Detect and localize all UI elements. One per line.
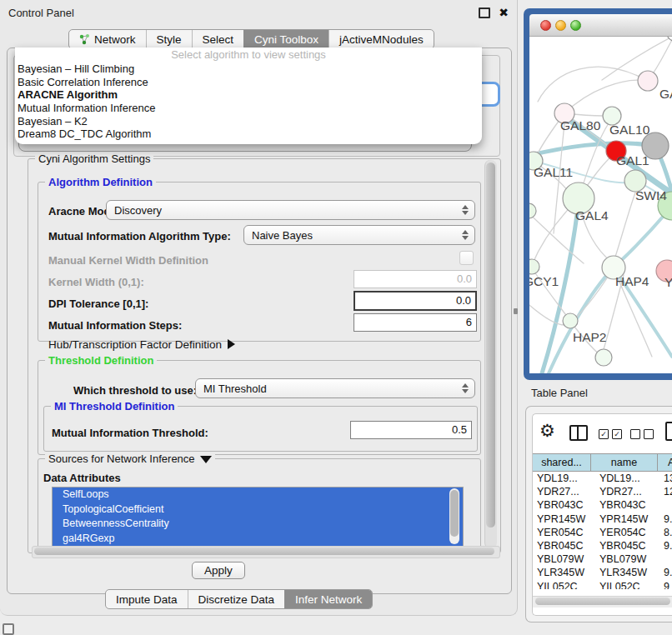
table-header-row: shared... name A	[533, 453, 672, 472]
dpi-tolerance-field[interactable]: 0.0	[354, 291, 477, 311]
node-label: GAL11	[534, 165, 573, 179]
algorithm-option[interactable]: Basic Correlation Inference	[15, 76, 482, 89]
column-header-shared-name[interactable]: shared...	[533, 454, 591, 471]
table-row[interactable]: YIL052CYIL052C9	[533, 580, 672, 590]
tab-jactivemnodules[interactable]: jActiveMNodules	[328, 30, 434, 48]
mi-threshold-field[interactable]: 0.5	[350, 421, 472, 439]
split-columns-icon[interactable]	[569, 425, 588, 441]
manual-kernel-width-checkbox[interactable]	[459, 251, 474, 265]
attribute-list-item[interactable]: SelfLoops	[53, 488, 463, 502]
tab-cyni-toolbox[interactable]: Cyni Toolbox	[243, 30, 328, 48]
minimize-window-icon[interactable]	[555, 20, 566, 31]
data-attributes-list[interactable]: SelfLoopsTopologicalCoefficientBetweenne…	[52, 487, 464, 548]
tab-infer-network[interactable]: Infer Network	[284, 590, 372, 608]
expanded-arrow-icon	[200, 456, 212, 463]
table-panel-title: Table Panel	[531, 387, 588, 399]
table-cell: YBR043C	[537, 498, 590, 512]
node-label: GAL4	[575, 208, 609, 222]
network-window-titlebar[interactable]	[529, 14, 672, 37]
table-cell: YIL052C	[537, 580, 590, 590]
network-node[interactable]	[563, 313, 578, 328]
network-view-window: GALGAL80GAL10GAL1GAL11SWI4GAL4GCY1HAP4YH…	[524, 8, 672, 380]
network-edge[interactable]	[549, 210, 669, 373]
algorithm-option[interactable]: ARACNE Algorithm	[15, 88, 482, 102]
table-cell: YPR145W	[537, 512, 590, 526]
table-settings-gear-icon[interactable]: ⚙	[539, 421, 555, 441]
network-graph: GALGAL80GAL10GAL1GAL11SWI4GAL4GCY1HAP4YH…	[529, 37, 672, 373]
attribute-list-item[interactable]: gal4RGexp	[53, 532, 463, 547]
algorithm-option[interactable]: Mutual Information Inference	[15, 102, 482, 115]
tab-network[interactable]: Network	[69, 30, 146, 48]
mi-algorithm-type-combobox[interactable]: Naive Bayes	[243, 225, 475, 245]
select-all-checkboxes-icon[interactable]: ✓✓	[599, 429, 622, 439]
table-row[interactable]: YBR043CYBR043C	[533, 498, 672, 512]
splitter-grip-icon[interactable]	[514, 308, 518, 314]
tab-label: Select	[203, 33, 234, 46]
table-row[interactable]: YPR145WYPR145W9.	[533, 512, 672, 526]
dpi-tolerance-label: DPI Tolerance [0,1]:	[48, 298, 148, 310]
apply-button[interactable]: Apply	[192, 562, 245, 579]
minimized-panel-icon[interactable]	[3, 623, 14, 635]
table-cell: YDR27...	[599, 485, 661, 498]
table-row[interactable]: YLR345WYLR345W9.	[533, 566, 672, 579]
tab-impute-data[interactable]: Impute Data	[106, 590, 188, 608]
control-panel-tab-bar: NetworkStyleSelectCyni ToolboxjActiveMNo…	[68, 29, 434, 49]
table-row[interactable]: YDR27...YDR27...12	[533, 485, 672, 498]
algorithm-option[interactable]: Dream8 DC_TDC Algorithm	[15, 128, 482, 141]
export-table-icon[interactable]	[665, 422, 672, 441]
threshold-definition-title: Threshold Definition	[45, 354, 157, 367]
aracne-mode-combobox[interactable]: Discovery	[106, 200, 475, 220]
tab-style[interactable]: Style	[146, 30, 192, 48]
combobox-arrows-icon	[458, 205, 474, 215]
table-row[interactable]: YBL079WYBL079W	[533, 552, 672, 566]
settings-scrollbar-thumb[interactable]	[486, 162, 495, 528]
table-cell: YBL079W	[599, 552, 661, 566]
close-window-icon[interactable]	[540, 20, 551, 31]
network-edge[interactable]	[538, 67, 648, 102]
table-cell: YER054C	[537, 526, 590, 539]
algorithm-option[interactable]: Bayesian – Hill Climbing	[15, 62, 482, 76]
sources-group-title[interactable]: Sources for Network Inference	[45, 452, 215, 465]
node-label: GAL80	[560, 118, 601, 132]
node-label: GAL1	[616, 153, 649, 168]
table-row[interactable]: YDL19...YDL19...13	[533, 472, 672, 485]
network-edge[interactable]	[615, 192, 635, 257]
network-node[interactable]	[595, 349, 612, 366]
algorithm-dropdown-popup: Select algorithm to view settings Bayesi…	[15, 48, 482, 144]
close-panel-icon[interactable]: ✖	[499, 7, 509, 18]
attribute-list-item[interactable]: BetweennessCentrality	[53, 517, 463, 532]
tab-label: Network	[94, 33, 136, 46]
table-cell: 9.	[664, 566, 672, 579]
mi-steps-field[interactable]: 6	[354, 313, 477, 332]
table-cell: 9	[664, 580, 672, 590]
bottom-tab-bar: Impute DataDiscretize DataInfer Network	[105, 589, 373, 609]
settings-group-title: Cyni Algorithm Settings	[35, 152, 153, 165]
table-row[interactable]: YER054CYER054C8.	[533, 526, 672, 539]
tab-select[interactable]: Select	[192, 30, 244, 48]
column-header-name[interactable]: name	[591, 454, 658, 471]
collapsed-arrow-icon	[228, 339, 235, 349]
float-panel-icon[interactable]	[479, 8, 490, 18]
attribute-list-item[interactable]: TopologicalCoefficient	[53, 502, 463, 518]
deselect-all-checkboxes-icon[interactable]	[630, 429, 654, 439]
hub-definition-toggle[interactable]: Hub/Transcription Factor Definition	[48, 338, 235, 351]
which-threshold-combobox[interactable]: MI Threshold	[195, 378, 475, 398]
table-row[interactable]: YBR045CYBR045C9.	[533, 539, 672, 552]
network-node[interactable]	[529, 203, 536, 218]
network-node[interactable]	[638, 71, 658, 91]
mi-algorithm-type-label: Mutual Information Algorithm Type:	[48, 230, 231, 242]
settings-hscrollbar-thumb[interactable]	[34, 548, 494, 555]
network-node[interactable]	[529, 259, 539, 274]
table-hscrollbar-thumb[interactable]	[535, 598, 670, 605]
table-cell: 9.	[664, 512, 672, 526]
node-label: Y	[664, 275, 672, 289]
kernel-width-field[interactable]: 0.0	[354, 270, 477, 288]
network-canvas[interactable]: GALGAL80GAL10GAL1GAL11SWI4GAL4GCY1HAP4YH…	[529, 37, 672, 373]
zoom-window-icon[interactable]	[570, 20, 581, 31]
data-attributes-label: Data Attributes	[43, 472, 121, 484]
tab-discretize-data[interactable]: Discretize Data	[188, 590, 285, 608]
algorithm-option[interactable]: Bayesian – K2	[15, 115, 482, 128]
attributes-scrollbar-thumb[interactable]	[450, 490, 459, 537]
column-header-partial[interactable]: A	[658, 454, 672, 471]
table-cell: YPR145W	[599, 512, 661, 526]
